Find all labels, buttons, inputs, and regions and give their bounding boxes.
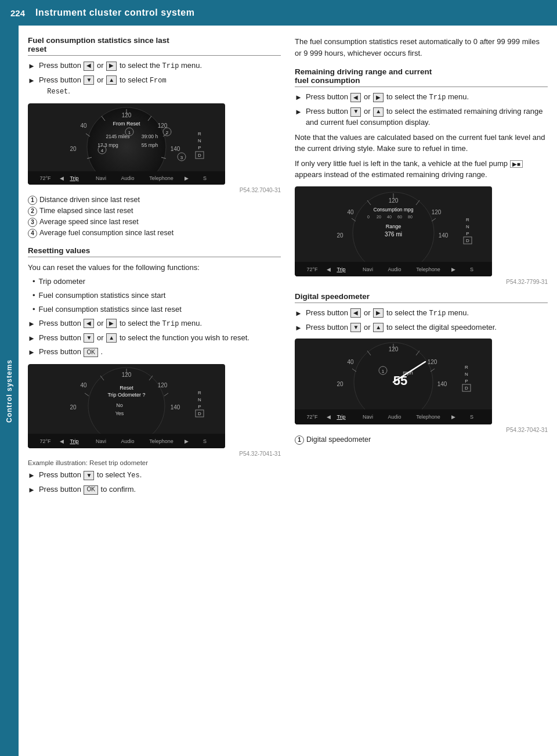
svg-text:39:00 h: 39:00 h <box>142 134 158 139</box>
gauge-digital-speedo: 120 40 120 20 140 0 mph 160 mph 55 1 <box>295 339 548 424</box>
svg-text:Audio: Audio <box>121 175 134 181</box>
item-trip-odo: • Trip odometer <box>32 276 281 287</box>
left-btn-icon[interactable]: ◀ <box>84 62 94 71</box>
svg-point-42 <box>88 368 165 444</box>
arrow-icon-r1: ► <box>28 319 35 330</box>
svg-text:N: N <box>198 138 201 143</box>
up-btn-speedo2[interactable]: ▲ <box>373 323 384 332</box>
svg-text:Telephone: Telephone <box>149 175 173 181</box>
svg-text:60: 60 <box>397 215 402 219</box>
svg-text:40: 40 <box>347 359 354 365</box>
svg-text:Telephone: Telephone <box>416 414 440 420</box>
svg-text:Navi: Navi <box>96 438 106 444</box>
resetting-intro: You can reset the values for the followi… <box>28 262 281 273</box>
page-title: Instrument cluster control system <box>35 8 194 18</box>
item-fuel-start: • Fuel consumption statistics since star… <box>32 290 281 301</box>
svg-text:20: 20 <box>337 232 343 239</box>
down-btn-icon[interactable]: ▼ <box>84 75 94 85</box>
arrow-range-2: ► <box>295 107 302 118</box>
reset-bullet-2: ► Press button ▼ or ▲ to select the func… <box>28 333 281 344</box>
svg-text:72°F: 72°F <box>39 175 51 181</box>
example-caption: Example illustration: Reset trip odomete… <box>28 459 281 466</box>
svg-text:P: P <box>465 379 468 384</box>
svg-text:S: S <box>203 175 207 181</box>
svg-line-56 <box>85 393 89 396</box>
right-btn-icon[interactable]: ▶ <box>106 62 117 71</box>
svg-text:Reset: Reset <box>120 385 133 391</box>
down-btn-speedo2[interactable]: ▼ <box>350 323 361 332</box>
right-btn-r1[interactable]: ▶ <box>106 319 117 328</box>
down-btn-r2[interactable]: ▼ <box>84 333 94 343</box>
up-btn-r2[interactable]: ▲ <box>106 333 117 343</box>
svg-text:▶: ▶ <box>185 438 189 444</box>
up-btn-range2[interactable]: ▲ <box>373 107 384 117</box>
svg-text:No: No <box>116 402 123 408</box>
svg-text:R: R <box>198 131 201 136</box>
ok-btn-end2[interactable]: OK <box>84 485 97 495</box>
svg-text:55 mph: 55 mph <box>142 142 158 148</box>
page-header: 224 Instrument cluster control system <box>0 0 557 26</box>
svg-text:From Reset: From Reset <box>113 121 140 127</box>
gauge3-caption: P54.32-7799-31 <box>295 279 548 285</box>
arrow-icon-r3: ► <box>28 347 35 358</box>
range-note: Note that the values are calculated base… <box>295 132 548 154</box>
svg-text:0: 0 <box>367 215 370 219</box>
right-btn-speedo1[interactable]: ▶ <box>373 308 384 318</box>
svg-text:140: 140 <box>171 404 180 411</box>
svg-text:72°F: 72°F <box>306 267 318 272</box>
legend-4: 4 Average fuel consumption since last re… <box>28 229 281 238</box>
legend-2: 2 Time elapsed since last reset <box>28 207 281 216</box>
ok-btn-r3[interactable]: OK <box>84 348 97 357</box>
arrow-end-2: ► <box>28 485 35 496</box>
up-btn-icon[interactable]: ▲ <box>106 75 117 85</box>
speedo-bullet-2: ► Press button ▼ or ▲ to select the digi… <box>295 322 548 334</box>
svg-text:20: 20 <box>337 381 343 387</box>
svg-text:Trip: Trip <box>337 267 345 272</box>
svg-text:40: 40 <box>387 215 392 219</box>
down-btn-end1[interactable]: ▼ <box>84 471 94 480</box>
svg-text:R: R <box>465 365 468 370</box>
arrow-range-1: ► <box>295 92 302 103</box>
end-bullet-2: ► Press button OK to confirm. <box>28 484 281 496</box>
gauge4-caption: P54.32-7042-31 <box>295 427 548 433</box>
svg-text:20: 20 <box>377 215 381 219</box>
svg-text:40: 40 <box>347 209 354 215</box>
main-content: Fuel consumption statistics since lastre… <box>19 26 557 756</box>
svg-text:N: N <box>466 224 469 229</box>
left-btn-speedo1[interactable]: ◀ <box>350 308 361 318</box>
section-range-heading: Remaining driving range and currentfuel … <box>295 67 548 87</box>
gauge-reset-odo: 40 120 20 140 120 Reset Trip Odometer ? … <box>28 364 281 448</box>
svg-text:◀: ◀ <box>327 267 331 272</box>
svg-text:Audio: Audio <box>121 438 134 444</box>
svg-text:◀: ◀ <box>60 438 64 444</box>
end-bullet-1: ► Press button ▼ to select Yes. <box>28 470 281 481</box>
svg-text:1: 1 <box>128 130 131 135</box>
speedo-legend-1: 1 Digital speedometer <box>295 435 548 445</box>
svg-text:20: 20 <box>70 146 77 152</box>
svg-text:Trip: Trip <box>70 175 78 181</box>
arrow-end-1: ► <box>28 470 35 481</box>
svg-text:▶: ▶ <box>451 267 455 272</box>
down-btn-range2[interactable]: ▼ <box>350 107 361 117</box>
svg-text:Trip Odometer ?: Trip Odometer ? <box>107 392 145 398</box>
right-btn-range1[interactable]: ▶ <box>373 93 384 102</box>
svg-text:4: 4 <box>101 148 104 153</box>
svg-text:Audio: Audio <box>388 267 401 272</box>
section-resetting-heading: Resetting values <box>28 246 281 257</box>
left-btn-range1[interactable]: ◀ <box>350 93 361 102</box>
svg-text:140: 140 <box>439 232 449 239</box>
svg-text:D: D <box>466 238 469 243</box>
speedo-bullet-1: ► Press button ◀ or ▶ to select the Trip… <box>295 308 548 319</box>
svg-text:Audio: Audio <box>388 414 401 420</box>
svg-text:120: 120 <box>158 382 168 388</box>
svg-text:Navi: Navi <box>96 175 106 181</box>
svg-text:40: 40 <box>80 382 87 388</box>
item-fuel-reset: • Fuel consumption statistics since last… <box>32 304 281 315</box>
svg-text:17.3 mpg: 17.3 mpg <box>97 142 118 148</box>
svg-line-54 <box>164 393 168 396</box>
svg-text:▶: ▶ <box>451 414 455 420</box>
left-btn-r1[interactable]: ◀ <box>84 319 94 328</box>
svg-text:R: R <box>466 217 469 222</box>
arrow-speedo-1: ► <box>295 308 302 319</box>
svg-text:Telephone: Telephone <box>149 438 173 444</box>
